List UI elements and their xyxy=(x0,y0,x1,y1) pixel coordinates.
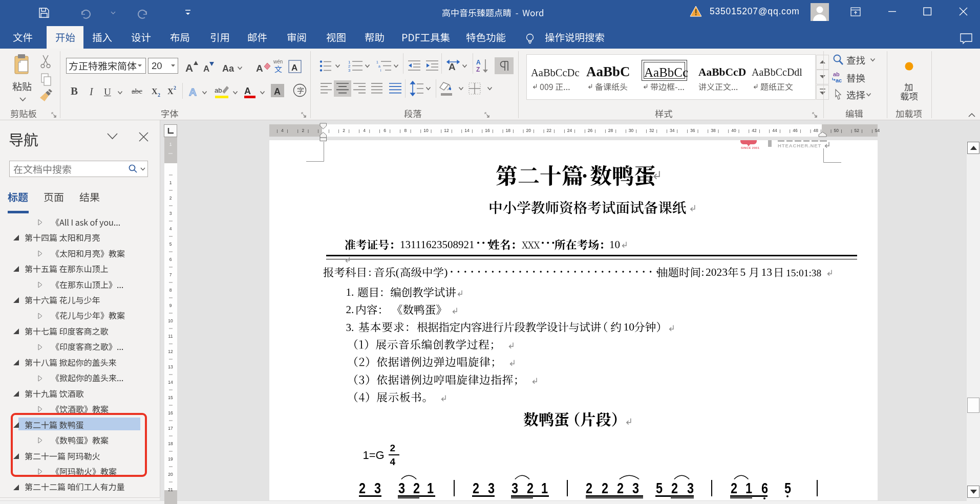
svg-text:4: 4 xyxy=(281,128,284,133)
svg-text:ac: ac xyxy=(836,77,842,83)
svg-text:|: | xyxy=(390,128,391,133)
svg-text:14: 14 xyxy=(168,380,173,385)
svg-text:50: 50 xyxy=(834,128,839,133)
svg-text:|: | xyxy=(461,128,462,133)
svg-text:54: 54 xyxy=(875,128,880,133)
svg-text:1: 1 xyxy=(169,180,172,185)
svg-text:|: | xyxy=(328,128,329,133)
svg-text:20: 20 xyxy=(168,472,173,477)
svg-text:|: | xyxy=(317,128,318,133)
svg-text:16: 16 xyxy=(485,128,490,133)
svg-text:26: 26 xyxy=(588,128,593,133)
svg-text:|: | xyxy=(276,128,278,133)
svg-text:|: | xyxy=(553,128,555,133)
svg-text:|: | xyxy=(513,128,514,133)
svg-text:18: 18 xyxy=(168,441,173,446)
svg-text:44: 44 xyxy=(772,128,777,133)
svg-text:|: | xyxy=(790,128,791,133)
svg-text:13: 13 xyxy=(168,364,173,369)
svg-text:21: 21 xyxy=(168,487,173,492)
svg-text:2: 2 xyxy=(302,128,305,133)
svg-text:|: | xyxy=(708,128,709,133)
svg-text:12: 12 xyxy=(444,128,449,133)
svg-text:46: 46 xyxy=(793,128,798,133)
svg-text:|: | xyxy=(687,128,688,133)
svg-text:2: 2 xyxy=(343,128,345,133)
svg-text:|: | xyxy=(400,128,401,133)
svg-text:17: 17 xyxy=(168,426,173,431)
svg-text:4: 4 xyxy=(169,226,172,231)
svg-text:|: | xyxy=(830,128,832,133)
svg-text:|: | xyxy=(800,128,801,133)
svg-text:|: | xyxy=(759,128,760,133)
svg-text:4: 4 xyxy=(363,128,366,133)
svg-text:1: 1 xyxy=(169,142,172,147)
svg-text:7: 7 xyxy=(169,272,172,277)
svg-text:|: | xyxy=(779,128,780,133)
svg-text:2: 2 xyxy=(169,195,172,201)
svg-text:|: | xyxy=(543,128,544,133)
svg-text:|: | xyxy=(584,128,585,133)
svg-text:|: | xyxy=(287,128,288,133)
svg-text:|: | xyxy=(851,128,852,133)
svg-text:|: | xyxy=(841,128,842,133)
svg-text:|: | xyxy=(502,128,503,133)
svg-text:16: 16 xyxy=(168,410,173,415)
svg-text:3: 3 xyxy=(169,211,172,216)
svg-text:|: | xyxy=(369,128,370,133)
svg-text:36: 36 xyxy=(690,128,695,133)
svg-text:|: | xyxy=(749,128,750,133)
svg-text:9: 9 xyxy=(169,303,172,308)
svg-text:ab: ab xyxy=(833,71,840,77)
svg-text:|: | xyxy=(472,128,473,133)
svg-text:A: A xyxy=(476,59,481,66)
svg-text:14: 14 xyxy=(464,128,470,133)
svg-text:|: | xyxy=(574,128,576,133)
svg-text:|: | xyxy=(697,128,698,133)
svg-text:30: 30 xyxy=(629,128,634,133)
svg-text:|: | xyxy=(625,128,626,133)
svg-text:6: 6 xyxy=(169,257,172,262)
svg-text:|: | xyxy=(297,128,299,133)
svg-text:28: 28 xyxy=(608,128,613,133)
svg-text:1: 1 xyxy=(376,60,378,64)
svg-text:Z: Z xyxy=(476,66,480,73)
svg-text:12: 12 xyxy=(168,349,173,354)
svg-text:5: 5 xyxy=(169,242,172,247)
svg-text:34: 34 xyxy=(670,128,675,133)
svg-text:|: | xyxy=(564,128,565,133)
svg-text:38: 38 xyxy=(711,128,716,133)
svg-text:8: 8 xyxy=(169,288,172,293)
svg-text:|: | xyxy=(595,128,596,133)
svg-text:|: | xyxy=(451,128,452,133)
svg-text:|: | xyxy=(769,128,770,133)
svg-text:|: | xyxy=(615,128,616,133)
svg-text:6: 6 xyxy=(384,128,386,133)
svg-text:22: 22 xyxy=(547,128,552,133)
svg-text:3: 3 xyxy=(348,68,351,73)
svg-text:|: | xyxy=(677,128,678,133)
svg-text:|: | xyxy=(523,128,524,133)
svg-text:10: 10 xyxy=(423,128,429,133)
svg-text:|: | xyxy=(441,128,442,133)
svg-text:A: A xyxy=(449,61,456,72)
svg-text:10: 10 xyxy=(168,318,173,323)
svg-text:|: | xyxy=(492,128,493,133)
svg-text:8: 8 xyxy=(404,128,407,133)
svg-text:|: | xyxy=(431,128,432,133)
svg-text:a: a xyxy=(378,64,380,68)
svg-text:42: 42 xyxy=(752,128,757,133)
svg-text:52: 52 xyxy=(855,128,860,133)
svg-text:|: | xyxy=(410,128,411,133)
svg-text:11: 11 xyxy=(168,334,173,339)
svg-text:19: 19 xyxy=(168,456,173,462)
svg-text:48: 48 xyxy=(813,128,818,133)
svg-text:|: | xyxy=(636,128,637,133)
svg-text:|: | xyxy=(605,128,606,133)
svg-text:18: 18 xyxy=(505,128,510,133)
svg-text:|: | xyxy=(656,128,657,133)
svg-text:|: | xyxy=(420,128,421,133)
svg-text:20: 20 xyxy=(526,128,531,133)
svg-text:15: 15 xyxy=(168,395,173,400)
svg-text:|: | xyxy=(810,128,811,133)
